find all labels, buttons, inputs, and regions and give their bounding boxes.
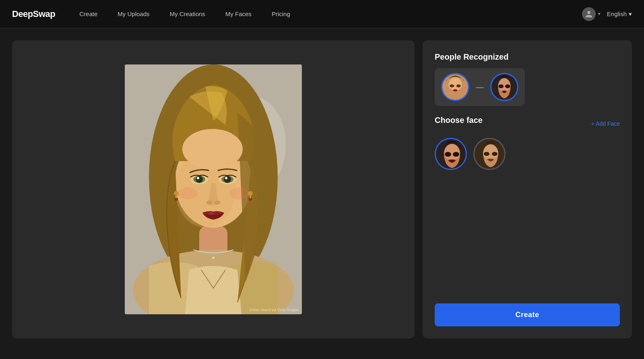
- main-content: Amber Heard via Getty Images People Reco…: [0, 28, 644, 351]
- image-panel: Amber Heard via Getty Images: [12, 40, 415, 338]
- face-pair: —: [435, 68, 525, 106]
- nav-my-creations[interactable]: My Creations: [170, 10, 205, 17]
- target-face-image: [491, 74, 517, 100]
- svg-point-41: [453, 152, 459, 157]
- svg-point-24: [248, 191, 253, 196]
- avatar: [582, 7, 596, 21]
- face-choice-2-image: [475, 139, 506, 170]
- target-face-avatar[interactable]: [490, 73, 518, 101]
- face-choice-2[interactable]: [473, 138, 506, 170]
- main-image: Amber Heard via Getty Images: [125, 64, 302, 314]
- face-choice-1[interactable]: [435, 138, 467, 170]
- svg-rect-26: [250, 196, 251, 198]
- people-recognized-title: People Recognized: [435, 52, 620, 62]
- image-watermark: Amber Heard via Getty Images: [249, 308, 299, 312]
- source-face-avatar[interactable]: [441, 73, 469, 101]
- svg-point-36: [505, 85, 510, 88]
- choose-face-title: Choose face: [435, 116, 483, 125]
- svg-point-27: [212, 257, 215, 259]
- right-panel: People Recognized —: [423, 40, 632, 338]
- nav-my-faces[interactable]: My Faces: [225, 10, 252, 17]
- face-choice-1-image: [436, 139, 467, 170]
- svg-point-35: [498, 85, 504, 88]
- choose-face-header: Choose face + Add Face: [435, 116, 620, 131]
- svg-point-16: [206, 201, 213, 205]
- logo[interactable]: DeepSwap: [12, 9, 55, 19]
- source-face-image: [442, 74, 468, 100]
- svg-point-21: [174, 191, 179, 196]
- portrait-illustration: [125, 64, 302, 314]
- create-button[interactable]: Create: [435, 303, 620, 326]
- add-face-button[interactable]: + Add Face: [591, 120, 620, 127]
- user-avatar-button[interactable]: ▾: [582, 7, 601, 21]
- svg-point-46: [492, 152, 497, 156]
- svg-point-32: [453, 89, 458, 91]
- nav-create[interactable]: Create: [79, 10, 97, 17]
- people-recognized-section: People Recognized —: [435, 52, 620, 106]
- svg-point-11: [197, 177, 199, 179]
- nav-pricing[interactable]: Pricing: [272, 10, 290, 17]
- svg-point-15: [225, 177, 227, 179]
- svg-rect-23: [175, 196, 177, 198]
- svg-point-42: [450, 160, 454, 162]
- nav-my-uploads[interactable]: My Uploads: [118, 10, 149, 17]
- language-chevron: ▾: [629, 10, 632, 18]
- svg-point-14: [224, 176, 231, 183]
- svg-point-18: [208, 212, 215, 215]
- choose-face-section: Choose face + Add Face: [435, 116, 620, 170]
- user-icon: [585, 10, 593, 18]
- svg-point-37: [502, 91, 506, 93]
- svg-point-20: [229, 187, 250, 199]
- header: DeepSwap Create My Uploads My Creations …: [0, 0, 644, 28]
- svg-point-19: [177, 187, 197, 199]
- main-nav: Create My Uploads My Creations My Faces …: [79, 10, 582, 17]
- face-choices: [435, 138, 620, 170]
- svg-point-40: [445, 152, 451, 157]
- svg-point-31: [456, 85, 461, 87]
- svg-point-45: [484, 152, 489, 156]
- svg-point-30: [450, 85, 454, 87]
- arrow-icon: —: [476, 83, 484, 92]
- language-button[interactable]: English ▾: [607, 10, 632, 18]
- svg-point-17: [214, 201, 221, 205]
- avatar-chevron: ▾: [598, 11, 601, 17]
- svg-point-10: [196, 176, 203, 183]
- svg-point-7: [182, 129, 243, 169]
- header-right: ▾ English ▾: [582, 7, 632, 21]
- language-label: English: [607, 10, 627, 17]
